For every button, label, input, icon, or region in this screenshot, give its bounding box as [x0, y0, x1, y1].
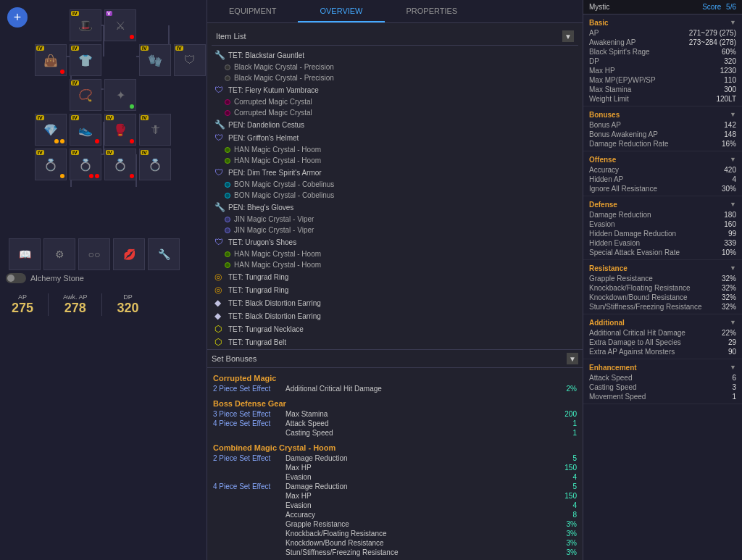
list-item[interactable]: HAN Magic Crystal - Hoom	[212, 144, 578, 155]
tab-overview[interactable]: OVERVIEW	[298, 0, 384, 22]
character-class: Mystic	[589, 3, 609, 11]
list-item[interactable]: Corrupted Magic Crystal	[212, 96, 578, 107]
collapse-arrow[interactable]: ▼	[730, 319, 736, 327]
list-item[interactable]: HAN Magic Crystal - Hoom	[212, 155, 578, 166]
list-item[interactable]: ◎ TET: Tungrad Ring	[212, 270, 578, 283]
eq-slot-chest[interactable]: IV 👜	[35, 44, 67, 76]
eq-slot-earring2[interactable]: IV 👟	[70, 114, 101, 146]
eq-slot-gloves[interactable]: IV 🧤	[139, 44, 171, 76]
alchemy-stone-toggle[interactable]	[6, 273, 26, 283]
stat-line-grapple: Grapple Resistance 32%	[589, 274, 736, 283]
stat-line-move-spd: Movement Speed 1	[589, 392, 736, 401]
collapse-arrow[interactable]: ▼	[730, 111, 736, 119]
set-effect-value: 1	[555, 429, 577, 437]
crystal-icon	[225, 182, 230, 188]
list-item[interactable]: ◆ TET: Black Distortion Earring	[212, 296, 578, 309]
set-bonuses-collapse[interactable]: ▼	[567, 353, 578, 364]
section-title-enhancement: Enhancement ▼	[589, 362, 736, 373]
stat-ap-label: AP	[18, 293, 27, 301]
add-button[interactable]: +	[7, 7, 28, 28]
eq-slot-head[interactable]: IV 🎩	[70, 9, 101, 41]
list-item[interactable]: JIN Magic Crystal - Viper	[212, 214, 578, 225]
right-panel: Mystic Score 5/6 Basic ▼ AP 271~279 (275…	[583, 0, 742, 560]
collapse-arrow[interactable]: ▼	[730, 201, 736, 209]
crystal-icon	[225, 147, 230, 153]
score-value: 5/6	[726, 3, 736, 11]
item-list-collapse[interactable]: ▼	[562, 30, 574, 42]
stat-line-maxmp: Max MP(EP)/WP/SP 110	[589, 75, 736, 85]
list-item[interactable]: ◆ TET: Black Distortion Earring	[212, 309, 578, 322]
list-item[interactable]: HAN Magic Crystal - Hoom	[212, 259, 578, 270]
stat-line-maxstamina: Max Stamina 300	[589, 85, 736, 94]
stat-line-bonus-awk-ap: Bonus Awakening AP 148	[589, 130, 736, 139]
weapon-icon: 🔧	[214, 202, 225, 212]
list-item[interactable]: ◎ TET: Tungrad Ring	[212, 283, 578, 296]
extra-slot-4[interactable]: 💋	[113, 238, 145, 270]
extra-slot-5[interactable]: 🔧	[148, 238, 180, 270]
stat-line-awakening-ap: Awakening AP 273~284 (278)	[589, 38, 736, 47]
eq-slot-ring3[interactable]: IV 💍	[70, 149, 101, 180]
eq-slot-neck[interactable]: IV 📿	[70, 79, 101, 111]
collapse-arrow[interactable]: ▼	[730, 264, 736, 272]
crystal-icon	[225, 99, 230, 105]
list-item[interactable]: 🛡 PEN: Dim Tree Spirit's Armor	[212, 166, 578, 179]
set-effect-stat: Evasion	[285, 501, 555, 509]
stat-line-knockback: Knockback/Floating Resistance 32%	[589, 283, 736, 293]
list-item[interactable]: Black Magic Crystal - Precision	[212, 62, 578, 72]
list-item[interactable]: 🔧 PEN: Bheg's Gloves	[212, 201, 578, 214]
collapse-arrow[interactable]: ▼	[730, 19, 736, 27]
list-item[interactable]: HAN Magic Crystal - Hoom	[212, 248, 578, 259]
list-item[interactable]: 🛡 TET: Fiery Kutum Vambrace	[212, 83, 578, 96]
list-item[interactable]: 🔧 PEN: Dandelion Cestus	[212, 118, 578, 131]
extra-slot-2[interactable]: ⚙	[43, 238, 75, 270]
item-name: TET: Tungrad Ring	[228, 286, 288, 294]
extra-slot-3[interactable]: ○○	[78, 238, 110, 270]
stat-awk-ap-value: 278	[64, 301, 86, 316]
stat-section-bonuses: Bonuses ▼ Bonus AP 142 Bonus Awakening A…	[583, 106, 742, 151]
list-item[interactable]: JIN Magic Crystal - Viper	[212, 225, 578, 235]
list-item[interactable]: 🛡 PEN: Griffon's Helmet	[212, 131, 578, 144]
equipment-grid: IV 🎩 V ⚔ IV 👜 IV 👕 IV 🧤	[6, 9, 201, 234]
stat-line-maxhp: Max HP 1230	[589, 66, 736, 75]
tab-bar: EQUIPMENT OVERVIEW PROPERTIES	[207, 0, 583, 23]
app-container: + IV 🎩 V ⚔	[0, 0, 742, 560]
extra-slot-1[interactable]: 📖	[9, 238, 41, 270]
list-item[interactable]: 🛡 TET: Urugon's Shoes	[212, 235, 578, 248]
list-item[interactable]: 🔧 TET: Blackstar Gauntlet	[212, 49, 578, 62]
eq-slot-offhand[interactable]: IV 🛡	[174, 44, 206, 76]
set-bonuses-section: Set Bonuses ▼ Corrupted Magic 2 Piece Se…	[207, 349, 583, 560]
list-item[interactable]: Black Magic Crystal - Precision	[212, 72, 578, 83]
stat-line-ap: AP 271~279 (275)	[589, 28, 736, 38]
eq-slot-mainhand[interactable]: IV 👕	[70, 44, 101, 76]
stat-line-ignore-res: Ignore All Resistance 30%	[589, 184, 736, 193]
set-effect-value: 200	[555, 410, 577, 418]
list-item[interactable]: Corrupted Magic Crystal	[212, 107, 578, 118]
item-name: HAN Magic Crystal - Hoom	[234, 146, 321, 154]
eq-slot-boots[interactable]: IV 💍	[35, 149, 67, 180]
collapse-arrow[interactable]: ▼	[730, 364, 736, 372]
list-item[interactable]: ⬡ TET: Tungrad Necklace	[212, 322, 578, 335]
eq-slot-ring1[interactable]: ✦	[104, 79, 136, 111]
eq-slot-ring2[interactable]: IV 🥊	[104, 114, 136, 146]
eq-slot-ring5[interactable]: IV 💍	[139, 149, 171, 180]
list-item[interactable]: BON Magic Crystal - Cobelinus	[212, 190, 578, 201]
eq-slot-belt[interactable]: IV 🗡	[139, 114, 171, 146]
necklace-icon: ⬡	[214, 324, 225, 334]
item-name: Black Magic Crystal - Precision	[234, 74, 334, 82]
item-name: Black Magic Crystal - Precision	[234, 63, 334, 71]
tab-properties[interactable]: PROPERTIES	[385, 0, 480, 22]
eq-slot-ring4[interactable]: IV 💍	[104, 149, 136, 180]
collapse-arrow[interactable]: ▼	[730, 156, 736, 164]
crystal-icon	[225, 217, 230, 222]
set-effect-value: 2%	[555, 385, 577, 393]
eq-slot-earring1[interactable]: IV 💎	[35, 114, 67, 146]
eq-slot-sub[interactable]: V ⚔	[104, 9, 136, 41]
list-item[interactable]: ⬡ TET: Tungrad Belt	[212, 335, 578, 348]
set-effect-value: 150	[555, 464, 577, 472]
tab-equipment[interactable]: EQUIPMENT	[207, 0, 298, 22]
list-item[interactable]: BON Magic Crystal - Cobelinus	[212, 179, 578, 190]
set-effect-row: Evasion 4	[213, 501, 577, 510]
item-name: BON Magic Crystal - Cobelinus	[234, 180, 334, 188]
ring-icon: ◎	[214, 272, 225, 282]
item-name: TET: Urugon's Shoes	[228, 238, 296, 246]
